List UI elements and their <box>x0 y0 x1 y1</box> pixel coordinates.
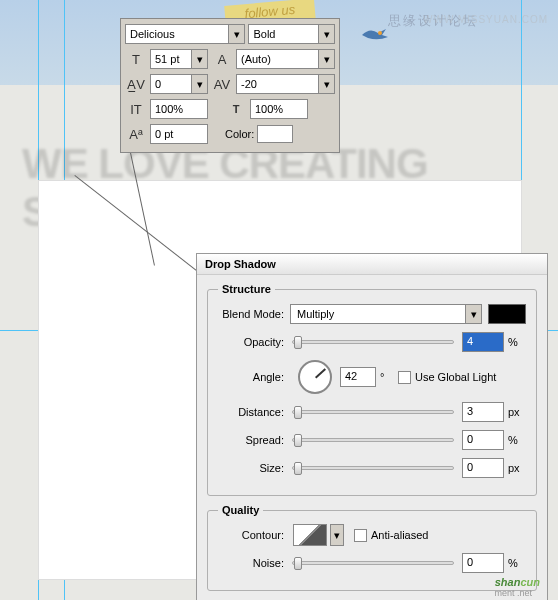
structure-fieldset: Structure Blend Mode: Multiply ▾ Opacity… <box>207 283 537 496</box>
tracking-icon: AV <box>211 74 233 94</box>
angle-input[interactable]: 42 <box>340 367 376 387</box>
leading-icon: A <box>211 49 233 69</box>
kerning-icon: A̲V <box>125 74 147 94</box>
structure-legend: Structure <box>218 283 275 295</box>
font-size-icon: T <box>125 49 147 69</box>
character-panel: Delicious ▾ Bold ▾ T 51 pt▾ A (Auto)▾ A̲… <box>120 18 340 153</box>
bird-icon <box>360 25 390 43</box>
panel-title: Drop Shadow <box>197 254 547 275</box>
distance-input[interactable]: 3 <box>462 402 504 422</box>
percent-unit: % <box>504 336 526 348</box>
hscale-icon: T <box>225 99 247 119</box>
angle-dial[interactable] <box>298 360 332 394</box>
use-global-light-checkbox[interactable] <box>398 371 411 384</box>
chevron-down-icon[interactable]: ▾ <box>465 305 481 323</box>
leading-input[interactable]: (Auto)▾ <box>236 49 335 69</box>
use-global-light-label: Use Global Light <box>415 371 496 383</box>
tracking-input[interactable]: -20▾ <box>236 74 335 94</box>
vscale-input[interactable]: 100% <box>150 99 208 119</box>
chevron-down-icon[interactable]: ▾ <box>228 25 244 43</box>
px-unit: px <box>504 406 526 418</box>
font-family-dropdown[interactable]: Delicious ▾ <box>125 24 245 44</box>
svg-point-0 <box>378 31 382 35</box>
noise-label: Noise: <box>218 557 290 569</box>
spread-label: Spread: <box>218 434 290 446</box>
font-size-input[interactable]: 51 pt▾ <box>150 49 208 69</box>
font-style-dropdown[interactable]: Bold ▾ <box>248 24 335 44</box>
chevron-down-icon[interactable]: ▾ <box>318 50 334 68</box>
blend-mode-dropdown[interactable]: Multiply ▾ <box>290 304 482 324</box>
spread-input[interactable]: 0 <box>462 430 504 450</box>
kerning-input[interactable]: 0▾ <box>150 74 208 94</box>
shadow-color-swatch[interactable] <box>488 304 526 324</box>
antialiased-label: Anti-aliased <box>371 529 428 541</box>
chevron-down-icon[interactable]: ▾ <box>318 75 334 93</box>
size-slider[interactable] <box>292 466 454 470</box>
quality-legend: Quality <box>218 504 263 516</box>
font-family-value: Delicious <box>126 26 228 42</box>
size-label: Size: <box>218 462 290 474</box>
contour-swatch[interactable] <box>293 524 327 546</box>
chevron-down-icon[interactable]: ▾ <box>318 25 334 43</box>
quality-fieldset: Quality Contour: ▾ Anti-aliased Noise: 0… <box>207 504 537 591</box>
opacity-input[interactable]: 4 <box>462 332 504 352</box>
text-color-swatch[interactable] <box>257 125 293 143</box>
distance-label: Distance: <box>218 406 290 418</box>
baseline-icon: Aª <box>125 124 147 144</box>
logo-subtitle: ment .net <box>494 588 532 598</box>
opacity-label: Opacity: <box>218 336 290 348</box>
contour-picker-button[interactable]: ▾ <box>330 524 344 546</box>
watermark-url: WWW.MISSYUAN.COM <box>423 14 548 25</box>
noise-slider[interactable] <box>292 561 454 565</box>
distance-slider[interactable] <box>292 410 454 414</box>
angle-label: Angle: <box>218 371 290 383</box>
degree-unit: ° <box>376 371 398 383</box>
vscale-icon: IT <box>125 99 147 119</box>
chevron-down-icon[interactable]: ▾ <box>191 75 207 93</box>
hscale-input[interactable]: 100% <box>250 99 308 119</box>
blend-mode-label: Blend Mode: <box>218 308 290 320</box>
font-style-value: Bold <box>249 26 318 42</box>
px-unit: px <box>504 462 526 474</box>
color-label: Color: <box>225 128 254 140</box>
contour-label: Contour: <box>218 529 290 541</box>
chevron-down-icon[interactable]: ▾ <box>191 50 207 68</box>
opacity-slider[interactable] <box>292 340 454 344</box>
size-input[interactable]: 0 <box>462 458 504 478</box>
baseline-input[interactable]: 0 pt <box>150 124 208 144</box>
drop-shadow-panel: Drop Shadow Structure Blend Mode: Multip… <box>196 253 548 600</box>
spread-slider[interactable] <box>292 438 454 442</box>
percent-unit: % <box>504 434 526 446</box>
antialiased-checkbox[interactable] <box>354 529 367 542</box>
